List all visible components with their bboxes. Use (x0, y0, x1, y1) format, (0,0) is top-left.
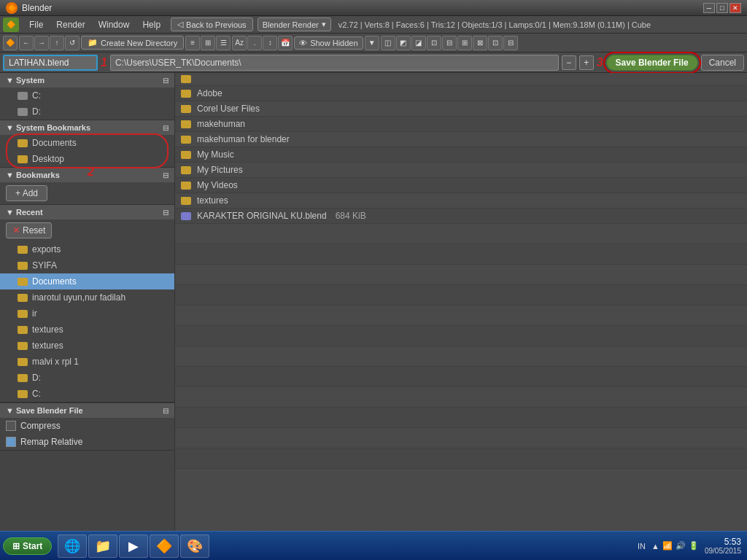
recent-ir[interactable]: ir (0, 306, 174, 322)
tray-volume-icon: 🔊 (676, 541, 686, 551)
menu-help[interactable]: Help (136, 18, 166, 31)
taskbar-ie[interactable]: 🌐 (58, 534, 87, 558)
reset-recent-button[interactable]: ✕ Reset (6, 222, 52, 238)
save-blender-file-button[interactable]: Save Blender File (606, 55, 698, 71)
recent-section-header[interactable]: ▼ Recent ⊟ (0, 205, 174, 219)
taskbar-media[interactable]: ▶ (119, 534, 148, 558)
bookmark-desktop[interactable]: Desktop (0, 151, 174, 167)
folder-music-icon (181, 151, 191, 159)
tray-up-icon[interactable]: ▲ (651, 542, 659, 551)
scene-icon[interactable]: 🔶 (3, 36, 18, 50)
new-directory-button[interactable]: 📁 Create New Directory (81, 36, 184, 50)
minimize-button[interactable]: ─ (703, 3, 715, 13)
extra5-button[interactable]: ⊟ (442, 36, 457, 50)
detail-view-button[interactable]: ☰ (216, 36, 231, 50)
folder-corel-icon (181, 105, 191, 113)
file-row[interactable]: My Music (175, 147, 747, 163)
step-plus-button[interactable]: + (579, 55, 594, 70)
nav-forward-button[interactable]: → (34, 36, 49, 50)
extra7-button[interactable]: ⊠ (473, 36, 487, 50)
extra9-button[interactable]: ⊟ (503, 36, 518, 50)
menu-file[interactable]: File (23, 18, 49, 31)
recent-documents[interactable]: Documents (0, 273, 174, 289)
drive-c[interactable]: C: (0, 88, 174, 104)
extra6-button[interactable]: ⊞ (457, 36, 472, 50)
recent-c[interactable]: C: (0, 386, 174, 402)
file-row[interactable]: Corel User Files (175, 101, 747, 117)
refresh-button[interactable]: ↺ (65, 36, 80, 50)
recent-syifa[interactable]: SYIFA (0, 257, 174, 273)
file-row[interactable]: makehuman (175, 117, 747, 132)
save-options-header[interactable]: ▼ Save Blender File ⊟ (0, 403, 174, 418)
step-minus-button[interactable]: − (562, 55, 576, 70)
filter-button[interactable]: ▼ (365, 36, 379, 50)
file-row (175, 428, 747, 448)
in-label: IN (638, 542, 646, 551)
file-row[interactable]: My Pictures (175, 163, 747, 178)
close-button[interactable]: ✕ (729, 3, 741, 13)
app2-icon: 🎨 (187, 538, 203, 554)
path-bar: 1 − + 3 Save Blender File Cancel (0, 52, 747, 73)
maximize-button[interactable]: □ (716, 3, 728, 13)
extra4-button[interactable]: ⊡ (427, 36, 441, 50)
file-row[interactable]: KARAKTER ORIGINAL KU.blend 684 KiB (175, 209, 747, 224)
chevron-down-icon: ▾ (322, 20, 326, 29)
bookmark-documents[interactable]: Documents (0, 135, 174, 151)
recent-textures1[interactable]: textures (0, 322, 174, 338)
folder-desktop-icon (18, 155, 28, 163)
sort-alpha-button[interactable]: Az (232, 36, 247, 50)
extra2-button[interactable]: ◩ (396, 36, 411, 50)
clock-date: 09/05/2015 (705, 547, 741, 555)
drive-d[interactable]: D: (0, 104, 174, 120)
system-collapse-icon: ⊟ (163, 77, 169, 85)
file-row[interactable] (175, 73, 747, 86)
recent-inarotul[interactable]: inarotul uyun,nur fadilah (0, 289, 174, 306)
nav-up-button[interactable]: ↑ (50, 36, 64, 50)
renderer-select[interactable]: Blender Render ▾ (258, 18, 331, 31)
file-row (175, 244, 747, 265)
extra8-button[interactable]: ⊡ (488, 36, 503, 50)
file-row (175, 387, 747, 408)
system-bookmarks-header[interactable]: ▼ System Bookmarks ⊟ (0, 120, 174, 135)
grid-view-button[interactable]: ⊞ (201, 36, 215, 50)
recent-exports[interactable]: exports (0, 241, 174, 257)
folder-ir-icon (18, 310, 28, 318)
taskbar-app2[interactable]: 🎨 (180, 534, 209, 558)
file-row[interactable]: textures (175, 193, 747, 209)
path-input[interactable] (110, 55, 559, 71)
menu-window[interactable]: Window (93, 18, 136, 31)
extra-group: ◫ ◩ ◪ ⊡ ⊟ ⊞ ⊠ ⊡ ⊟ (381, 36, 518, 50)
recent-d[interactable]: D: (0, 370, 174, 386)
extra1-button[interactable]: ◫ (381, 36, 395, 50)
sort-date-button[interactable]: 📅 (278, 36, 293, 50)
folder-videos-icon (181, 182, 191, 190)
cancel-button[interactable]: Cancel (701, 55, 744, 71)
taskbar-explorer[interactable]: 📁 (88, 534, 117, 558)
file-row[interactable]: My Videos (175, 178, 747, 193)
start-button[interactable]: ⊞ Start (3, 537, 52, 555)
recent-malvi[interactable]: malvi x rpl 1 (0, 354, 174, 370)
tray-network-icon: 📶 (662, 541, 673, 551)
taskbar-right: IN ▲ 📶 🔊 🔋 5:53 09/05/2015 (638, 537, 741, 555)
drive-c-icon (18, 92, 28, 100)
file-row[interactable]: makehuman for blender (175, 132, 747, 147)
taskbar-blender[interactable]: 🔶 (150, 534, 179, 558)
folder-syifa-icon (18, 262, 28, 270)
filename-input[interactable] (3, 55, 98, 71)
sort-ext-button[interactable]: . (247, 36, 262, 50)
recent-textures2[interactable]: textures (0, 338, 174, 354)
show-hidden-button[interactable]: 👁 Show Hidden (294, 36, 363, 50)
menu-render[interactable]: Render (50, 18, 90, 31)
file-row[interactable]: Adobe (175, 86, 747, 101)
list-view-button[interactable]: ≡ (185, 36, 200, 50)
back-to-previous-button[interactable]: ◁ Back to Previous (171, 18, 253, 31)
sort-size-button[interactable]: ↕ (263, 36, 277, 50)
add-bookmark-button[interactable]: + Add (6, 185, 47, 201)
file-row (175, 224, 747, 244)
remap-checkbox[interactable] (6, 437, 16, 447)
extra3-button[interactable]: ◪ (411, 36, 426, 50)
nav-back-button[interactable]: ← (19, 36, 34, 50)
system-section-header[interactable]: ▼ System ⊟ (0, 73, 174, 88)
compress-checkbox[interactable] (6, 421, 16, 431)
toolbar: 🔶 ← → ↑ ↺ 📁 Create New Directory ≡ ⊞ ☰ A… (0, 34, 747, 52)
